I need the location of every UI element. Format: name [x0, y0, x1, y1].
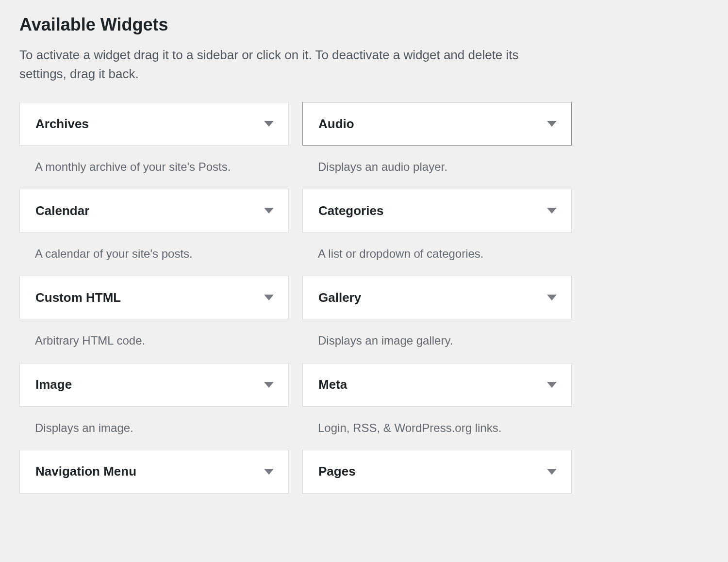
caret-down-icon	[547, 121, 557, 127]
available-widgets-grid: Archives A monthly archive of your site'…	[19, 102, 573, 499]
widget-header-calendar[interactable]: Calendar	[19, 189, 289, 232]
caret-down-icon	[547, 295, 557, 300]
caret-down-icon	[547, 469, 557, 475]
widget-title: Categories	[318, 203, 383, 218]
widget-description: Displays an audio player.	[302, 146, 572, 189]
widget-header-custom-html[interactable]: Custom HTML	[19, 276, 289, 319]
caret-down-icon	[547, 208, 557, 214]
caret-down-icon	[264, 382, 274, 388]
widget-header-meta[interactable]: Meta	[302, 363, 572, 407]
widget-gallery: Gallery Displays an image gallery.	[302, 276, 572, 363]
widget-description: Displays an image gallery.	[302, 319, 572, 363]
caret-down-icon	[264, 121, 274, 127]
intro-text: To activate a widget drag it to a sideba…	[19, 46, 563, 83]
widget-navigation-menu: Navigation Menu	[19, 450, 289, 499]
widget-header-image[interactable]: Image	[19, 363, 289, 407]
widget-audio: Audio Displays an audio player.	[302, 102, 572, 189]
widget-header-pages[interactable]: Pages	[302, 450, 572, 494]
widget-image: Image Displays an image.	[19, 363, 289, 450]
widget-description: Arbitrary HTML code.	[19, 319, 289, 363]
widget-description: A monthly archive of your site's Posts.	[19, 146, 289, 189]
widget-header-gallery[interactable]: Gallery	[302, 276, 572, 319]
widget-title: Meta	[318, 377, 347, 392]
widget-title: Custom HTML	[35, 290, 121, 305]
widget-pages: Pages	[302, 450, 572, 499]
widget-title: Navigation Menu	[35, 464, 136, 479]
widget-title: Pages	[318, 464, 356, 479]
widget-title: Audio	[318, 116, 354, 132]
widget-title: Image	[35, 377, 72, 392]
caret-down-icon	[264, 295, 274, 300]
widget-description: A calendar of your site's posts.	[19, 232, 289, 276]
caret-down-icon	[547, 382, 557, 388]
widget-description: Displays an image.	[19, 407, 289, 450]
widget-custom-html: Custom HTML Arbitrary HTML code.	[19, 276, 289, 363]
widget-header-archives[interactable]: Archives	[19, 102, 289, 146]
widget-meta: Meta Login, RSS, & WordPress.org links.	[302, 363, 572, 450]
widget-title: Gallery	[318, 290, 361, 305]
widget-title: Archives	[35, 116, 89, 132]
widget-description: A list or dropdown of categories.	[302, 232, 572, 276]
widget-description: Login, RSS, & WordPress.org links.	[302, 407, 572, 450]
widget-categories: Categories A list or dropdown of categor…	[302, 189, 572, 276]
widget-calendar: Calendar A calendar of your site's posts…	[19, 189, 289, 276]
widget-header-navigation-menu[interactable]: Navigation Menu	[19, 450, 289, 494]
widget-header-audio[interactable]: Audio	[302, 102, 572, 146]
widget-header-categories[interactable]: Categories	[302, 189, 572, 232]
widget-description	[19, 494, 289, 499]
caret-down-icon	[264, 469, 274, 475]
widget-archives: Archives A monthly archive of your site'…	[19, 102, 289, 189]
widget-title: Calendar	[35, 203, 89, 218]
page-title: Available Widgets	[19, 15, 709, 35]
caret-down-icon	[264, 208, 274, 214]
widget-description	[302, 494, 572, 499]
